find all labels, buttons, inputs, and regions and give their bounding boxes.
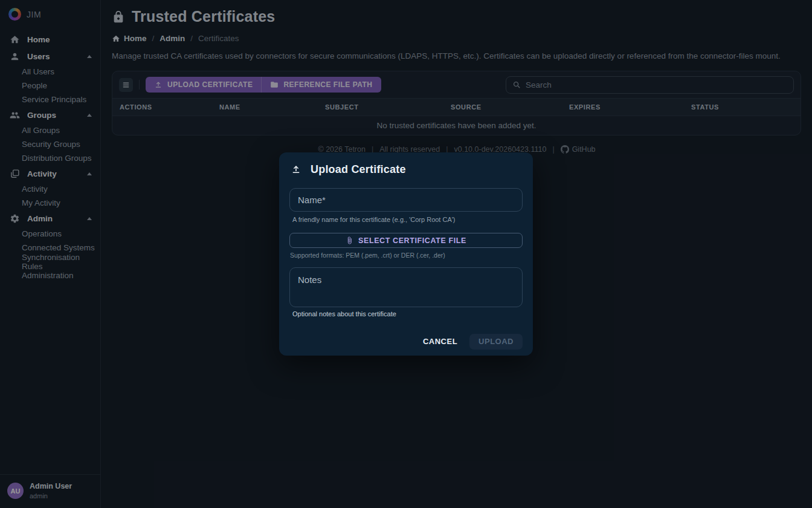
select-certificate-file-button[interactable]: SELECT CERTIFICATE FILE — [289, 233, 523, 248]
file-formats-helper-text: Supported formats: PEM (.pem, .crt) or D… — [290, 252, 523, 259]
app-window: JIM Home Users All Users People Service … — [0, 0, 812, 508]
dialog-actions: CANCEL UPLOAD — [289, 333, 523, 350]
upload-button[interactable]: UPLOAD — [469, 334, 523, 350]
name-helper-text: A friendly name for this certificate (e.… — [292, 216, 523, 223]
dialog-title: Upload Certificate — [311, 163, 406, 176]
dialog-header: Upload Certificate — [289, 163, 523, 176]
upload-icon — [291, 164, 301, 175]
certificate-notes-textarea[interactable] — [289, 267, 523, 307]
cancel-button[interactable]: CANCEL — [420, 333, 460, 350]
certificate-name-input[interactable] — [289, 188, 523, 212]
notes-helper-text: Optional notes about this certificate — [292, 310, 523, 318]
upload-certificate-dialog: Upload Certificate A friendly name for t… — [279, 152, 533, 356]
paperclip-icon — [346, 236, 353, 244]
